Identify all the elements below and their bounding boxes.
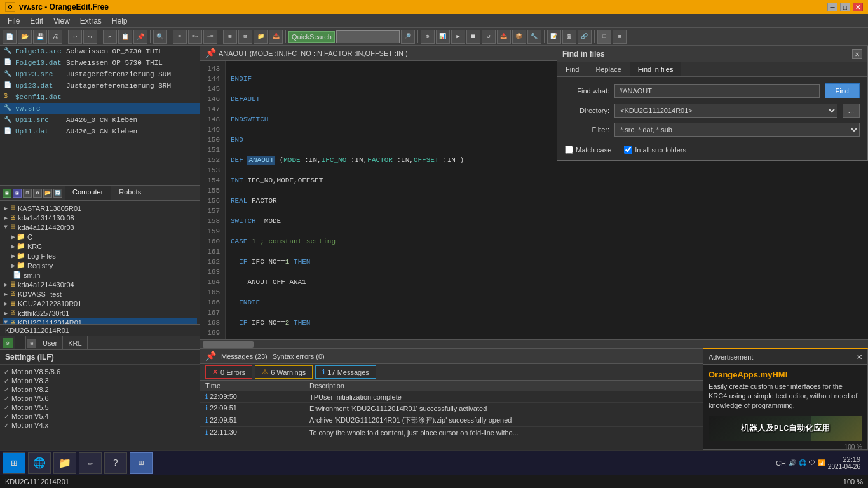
tree-kda1a[interactable]: ▶ 🖥 kda1a1314130r08 (3, 213, 197, 222)
tree-kgu2a[interactable]: ▶ 🖥 KGU2A2122810R01 (3, 299, 197, 308)
taskbar-chrome[interactable]: 🌐 (28, 452, 51, 474)
tree-kda4a[interactable]: ▼ 🖥 kda4a1214420r03 (3, 222, 197, 232)
toolbar-cut[interactable]: ✂ (103, 30, 117, 44)
toolbar-undo[interactable]: ↩ (68, 30, 82, 44)
tab-robots[interactable]: Robots (111, 186, 149, 200)
tb5[interactable]: ⊟ (238, 30, 252, 44)
messages-tab[interactable]: ℹ 17 Messages (315, 365, 376, 379)
close-button[interactable]: ✕ (853, 3, 863, 11)
tree-c[interactable]: ▶ 📁 C (10, 232, 197, 241)
tb1[interactable]: ≡ (173, 30, 187, 44)
file-item-folge10dat[interactable]: 📄 Folge10.dat Schweissen OP_5730 THIL (0, 57, 200, 69)
find-panel-close-button[interactable]: ✕ (852, 49, 862, 59)
settings-tab-user[interactable]: User (37, 336, 63, 349)
tab-computer[interactable]: Computer (65, 186, 111, 200)
menu-help[interactable]: Help (107, 15, 133, 27)
tb4[interactable]: ⊞ (223, 30, 237, 44)
file-item-up123src[interactable]: 🔧 up123.src Justagereferenzierung SRM (0, 69, 200, 80)
setting-v54[interactable]: ✓ Motion V5.4 (3, 412, 197, 421)
errors-tab[interactable]: ✕ 0 Errors (205, 365, 252, 379)
tree-kdvass[interactable]: ▶ 🖥 KDVASS--test (3, 289, 197, 299)
find-tab-replace[interactable]: Replace (587, 62, 629, 76)
tb3[interactable]: →≡ (203, 30, 217, 44)
toolbar-copy[interactable]: 📋 (118, 30, 132, 44)
tb-view1[interactable]: □ (597, 30, 611, 44)
menu-view[interactable]: View (48, 15, 75, 27)
find-tab-findinfiles[interactable]: Find in files (630, 62, 682, 76)
tree-registry[interactable]: ▶ 📁 Registry (10, 261, 197, 270)
setting-v83[interactable]: ✓ Motion V8.3 (3, 376, 197, 385)
tb19[interactable]: 🔗 (578, 30, 592, 44)
setting-v56[interactable]: ✓ Motion V5.6 (3, 394, 197, 403)
tree-logfiles[interactable]: ▶ 📁 Log Files (10, 251, 197, 261)
tree-kdu2g[interactable]: ▼ 🖥 KDU2G1112014R01 (3, 318, 197, 324)
warnings-tab[interactable]: ⚠ 6 Warnings (255, 365, 313, 379)
setting-v55[interactable]: ✓ Motion V5.5 (3, 403, 197, 412)
tb15[interactable]: 📦 (512, 30, 526, 44)
tb6[interactable]: 📁 (254, 30, 268, 44)
setting-v4x[interactable]: ✓ Motion V4.x (3, 421, 197, 430)
tree-kdthik[interactable]: ▶ 🖥 kdthik325730r01 (3, 308, 197, 318)
toolbar-save[interactable]: 💾 (33, 30, 47, 44)
tree-krc[interactable]: ▶ 📁 KRC (10, 241, 197, 251)
browse-button[interactable]: ... (843, 104, 860, 118)
tb18[interactable]: 🗑 (562, 30, 576, 44)
tree-kda4a2[interactable]: ▶ 🖥 kda4a1214430r04 (3, 280, 197, 289)
find-what-input[interactable] (614, 84, 820, 98)
find-tab-find[interactable]: Find (557, 62, 587, 76)
tb12[interactable]: ⏹ (466, 30, 480, 44)
ad-close-button[interactable]: ✕ (857, 351, 862, 362)
taskbar-app2[interactable]: ? (104, 452, 127, 474)
syntax-errors-count[interactable]: Syntax errors (0) (273, 353, 325, 360)
setting-v8586[interactable]: ✓ Motion V8.5/8.6 (3, 367, 197, 376)
file-item-up11dat[interactable]: 📄 Up11.dat AU426_0 CN Kleben (0, 126, 200, 137)
quicksearch-input[interactable] (336, 30, 400, 43)
taskbar-editor[interactable]: ✏ (79, 452, 102, 474)
tb17[interactable]: 📝 (547, 30, 561, 44)
tb8[interactable]: 🔎 (401, 30, 415, 44)
tb10[interactable]: 📊 (436, 30, 450, 44)
settings-tab-krl[interactable]: KRL (63, 336, 87, 349)
tb9[interactable]: ⚙ (421, 30, 435, 44)
tb2[interactable]: ≡→ (188, 30, 202, 44)
toolbar-new[interactable]: 📄 (3, 30, 17, 44)
maximize-button[interactable]: □ (840, 3, 850, 11)
file-item-folge10src[interactable]: 🔧 Folge10.src Schweissen OP_5730 THIL (0, 46, 200, 57)
taskbar-app3[interactable]: ⊞ (130, 452, 153, 474)
tb13[interactable]: ↺ (482, 30, 496, 44)
scroll-thumb[interactable] (203, 341, 254, 348)
file-item-up123dat[interactable]: 📄 up123.dat Justagereferenzierung SRM (0, 80, 200, 92)
menu-extras[interactable]: Extras (75, 15, 107, 27)
tree-smini[interactable]: 📄 sm.ini (10, 270, 197, 280)
match-case-input[interactable] (565, 146, 573, 154)
messages-count[interactable]: Messages (23) (221, 353, 268, 360)
file-item-vwsrc[interactable]: 🔧 vw.src (0, 103, 200, 114)
tb14[interactable]: 📤 (497, 30, 511, 44)
toolbar-paste[interactable]: 📌 (133, 30, 147, 44)
tree-kastar[interactable]: ▶ 🖥 KASTAR113805R01 (3, 203, 197, 213)
menu-file[interactable]: File (3, 15, 25, 27)
match-case-checkbox[interactable]: Match case (565, 146, 611, 154)
start-button[interactable]: ⊞ (3, 452, 25, 474)
subfolders-input[interactable] (624, 146, 632, 154)
file-item-up11src[interactable]: 🔧 Up11.src AU426_0 CN Kleben (0, 114, 200, 126)
menu-edit[interactable]: Edit (25, 15, 48, 27)
settings-tab-basis[interactable] (15, 336, 26, 349)
toolbar-print[interactable]: 🖨 (48, 30, 62, 44)
filter-select[interactable]: *.src, *.dat, *.sub (614, 123, 860, 137)
tb7[interactable]: 📥 (269, 30, 283, 44)
tb11[interactable]: ▶ (451, 30, 465, 44)
tb-view2[interactable]: ⊞ (613, 30, 627, 44)
toolbar-search-small[interactable]: 🔍 (153, 30, 167, 44)
file-item-configdat[interactable]: $ $config.dat (0, 92, 200, 103)
subfolders-checkbox[interactable]: In all sub-folders (624, 146, 686, 154)
directory-select[interactable]: <KDU2G1112014R01> (614, 104, 837, 118)
taskbar-files[interactable]: 📁 (53, 452, 76, 474)
toolbar-redo[interactable]: ↪ (83, 30, 97, 44)
toolbar-open[interactable]: 📂 (18, 30, 32, 44)
find-button[interactable]: Find (825, 83, 860, 98)
tb16[interactable]: 🔧 (527, 30, 541, 44)
setting-v82[interactable]: ✓ Motion V8.2 (3, 385, 197, 394)
code-scrollbar[interactable] (200, 339, 868, 348)
minimize-button[interactable]: ─ (827, 3, 837, 11)
